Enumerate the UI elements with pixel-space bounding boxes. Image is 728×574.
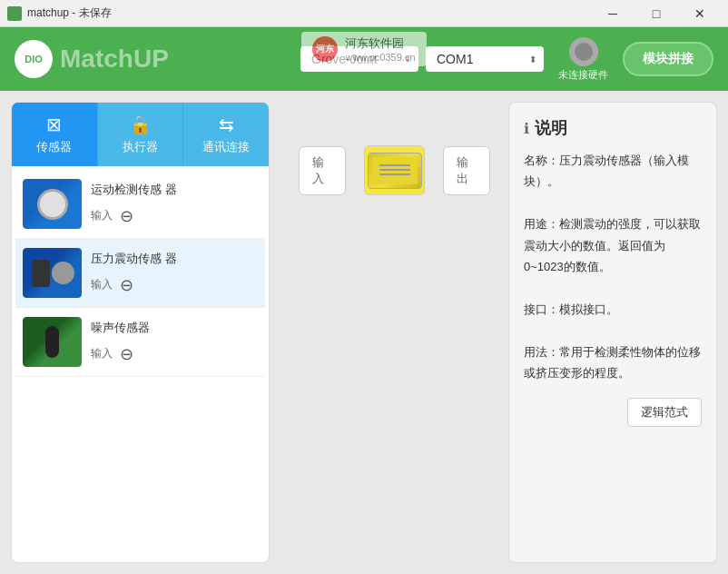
sensor-list: 运动检测传感 器 输入 ⊖ 压力震动传感 器 输入 ⊖ — [12, 166, 269, 562]
title-bar-left: matchup - 未保存 — [7, 5, 112, 21]
sensor-tab-label: 传感器 — [36, 139, 72, 155]
info-icon: ℹ — [524, 120, 529, 137]
logo-text: MatchUP — [60, 45, 169, 74]
sensor-info-noise: 噪声传感器 输入 ⊖ — [91, 320, 258, 363]
maximize-button[interactable]: □ — [635, 0, 677, 27]
close-button[interactable]: ✕ — [679, 0, 721, 27]
canvas-area: 输入 输出 — [280, 91, 508, 574]
sensor-img-motion — [23, 179, 82, 229]
minimize-button[interactable]: ─ — [592, 0, 634, 27]
info-howto: 用法：常用于检测柔性物体的位移或挤压变形的程度。 — [524, 341, 702, 384]
sensor-info-vibration: 压力震动传感 器 输入 ⊖ — [91, 251, 258, 294]
logic-button[interactable]: 逻辑范式 — [627, 398, 702, 427]
info-interface: 接口：模拟接口。 — [524, 299, 702, 320]
chip-line-3 — [379, 173, 410, 175]
connection-area: 未连接硬件 — [558, 37, 608, 82]
info-content: 名称：压力震动传感器（输入模块）。 用途：检测震动的强度，可以获取震动大小的数值… — [524, 150, 702, 383]
sensor-info-motion: 运动检测传感 器 输入 ⊖ — [91, 182, 258, 225]
dropdown-group: Grove-Joint COM1 COM2 COM3 — [300, 46, 544, 72]
info-title: ℹ 说明 — [524, 117, 702, 139]
sensor-footer-noise: 输入 ⊖ — [91, 344, 258, 364]
com-dropdown-wrapper: COM1 COM2 COM3 — [426, 46, 544, 72]
sensor-tab-icon: ⊠ — [46, 114, 62, 135]
title-text: matchup - 未保存 — [27, 5, 112, 21]
sensor-name-vibration: 压力震动传感 器 — [91, 251, 258, 267]
actuator-tab-icon: 🔒 — [129, 114, 152, 135]
sensor-name-noise: 噪声传感器 — [91, 320, 258, 336]
vib-visual — [23, 248, 82, 298]
app-icon — [7, 6, 22, 21]
right-panel: ℹ 说明 名称：压力震动传感器（输入模块）。 用途：检测震动的强度，可以获取震动… — [508, 102, 717, 563]
connection-icon — [569, 37, 598, 66]
output-box: 输出 — [443, 146, 490, 195]
sensor-item-motion[interactable]: 运动检测传感 器 输入 ⊖ — [15, 170, 265, 239]
chip-lines — [379, 164, 410, 177]
grove-dropdown-wrapper: Grove-Joint — [300, 46, 418, 72]
info-title-text: 说明 — [535, 117, 567, 139]
comm-tab-label: 通讯连接 — [202, 139, 250, 155]
grove-dropdown[interactable]: Grove-Joint — [300, 46, 418, 72]
header: DIO MatchUP Grove-Joint COM1 COM2 COM3 未… — [0, 27, 728, 91]
tab-bar: ⊠ 传感器 🔒 执行器 ⇆ 通讯连接 — [12, 103, 269, 166]
logo-area: DIO MatchUP — [15, 40, 169, 78]
chip-line-2 — [379, 169, 410, 171]
connect-button[interactable]: 模块拼接 — [623, 42, 713, 76]
module-chip[interactable] — [364, 145, 425, 195]
sensor-footer-vibration: 输入 ⊖ — [91, 275, 258, 295]
chip-inner — [368, 153, 422, 189]
sensor-type-motion: 输入 — [91, 208, 113, 223]
window-controls: ─ □ ✕ — [592, 0, 721, 27]
sensor-name-motion: 运动检测传感 器 — [91, 182, 258, 198]
input-box: 输入 — [299, 146, 346, 195]
info-name: 名称：压力震动传感器（输入模块）。 — [524, 150, 702, 193]
logo-up: UP — [133, 45, 169, 73]
module-canvas: 输入 输出 — [299, 145, 490, 195]
logo-match: Match — [60, 45, 133, 73]
com-dropdown[interactable]: COM1 COM2 COM3 — [426, 46, 544, 72]
toggle-icon-vibration[interactable]: ⊖ — [120, 275, 133, 295]
tab-sensor[interactable]: ⊠ 传感器 — [12, 103, 98, 166]
noise-visual — [23, 317, 82, 367]
main-content: ⊠ 传感器 🔒 执行器 ⇆ 通讯连接 运动检测传感 器 — [0, 91, 728, 574]
left-panel: ⊠ 传感器 🔒 执行器 ⇆ 通讯连接 运动检测传感 器 — [11, 102, 270, 563]
actuator-tab-label: 执行器 — [123, 139, 158, 155]
tab-actuator[interactable]: 🔒 执行器 — [98, 103, 184, 166]
pir-visual — [23, 179, 82, 229]
sensor-type-vibration: 输入 — [91, 277, 113, 292]
sensor-img-vibration — [23, 248, 82, 298]
sensor-footer-motion: 输入 ⊖ — [91, 206, 258, 226]
chip-detail — [372, 157, 418, 184]
comm-tab-icon: ⇆ — [219, 114, 234, 135]
info-usage: 用途：检测震动的强度，可以获取震动大小的数值。返回值为0~1023的数值。 — [524, 213, 702, 277]
sensor-item-noise[interactable]: 噪声传感器 输入 ⊖ — [15, 308, 265, 377]
title-bar: matchup - 未保存 ─ □ ✕ — [0, 0, 728, 27]
toggle-icon-motion[interactable]: ⊖ — [120, 206, 133, 226]
sensor-item-vibration[interactable]: 压力震动传感 器 输入 ⊖ — [15, 239, 265, 308]
sensor-type-noise: 输入 — [91, 346, 113, 361]
toggle-icon-noise[interactable]: ⊖ — [120, 344, 133, 364]
chip-line-1 — [379, 164, 410, 166]
tab-communication[interactable]: ⇆ 通讯连接 — [183, 103, 269, 166]
sensor-img-noise — [23, 317, 82, 367]
connection-status: 未连接硬件 — [558, 68, 608, 82]
logo-circle: DIO — [15, 40, 53, 78]
